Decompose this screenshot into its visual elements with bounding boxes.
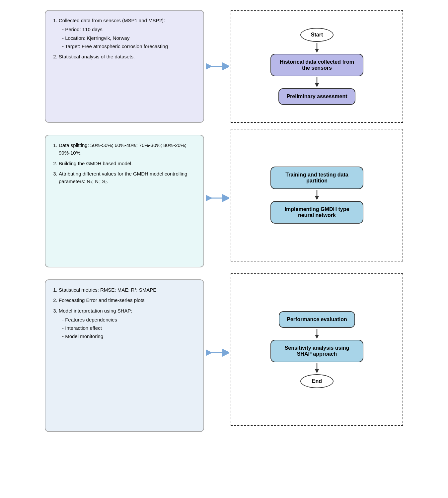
svg-marker-4	[315, 83, 319, 87]
panel3-bullet1: Features dependencies	[62, 316, 197, 323]
end-node: End	[300, 374, 334, 388]
panel3-bullet3: Model monitoring	[62, 332, 197, 340]
node-sensitivity: Sensitivity analysis using SHAP approach	[270, 340, 363, 362]
panel3-item1: Statistical metrics: RMSE; MAE; R²; SMAP…	[59, 286, 197, 294]
arrow-1	[204, 10, 231, 123]
arrow-down-2	[314, 76, 320, 88]
svg-marker-7	[315, 196, 319, 200]
svg-marker-12	[315, 369, 319, 373]
panel1-item2: Statistical analysis of the datasets.	[59, 53, 197, 60]
arrow-down-5	[314, 362, 320, 374]
panel1-bullet1: Period: 110 days	[62, 26, 197, 33]
start-node: Start	[300, 28, 334, 42]
text-panel-3: Statistical metrics: RMSE; MAE; R²; SMAP…	[45, 279, 204, 432]
node-performance: Performance evaluation	[279, 311, 355, 328]
panel2-item1: Data splitting: 50%-50%; 60%-40%; 70%-30…	[59, 141, 197, 157]
panel3-item2: Forecasting Error and time-series plots	[59, 296, 197, 304]
svg-marker-2	[315, 49, 319, 53]
svg-marker-10	[315, 335, 319, 339]
panel1-item1: Collected data from sensors (MSP1 and MS…	[59, 17, 197, 50]
node-historical-data: Historical data collected from the senso…	[270, 54, 363, 76]
arrow-down-3	[314, 189, 320, 201]
text-panel-2: Data splitting: 50%-50%; 60%-40%; 70%-30…	[45, 135, 204, 267]
panel1-bullet3: Target: Free atmospheric corrosion forec…	[62, 42, 197, 50]
node-training-testing: Training and testing data partition	[270, 167, 363, 189]
panel3-item3: Model interpretation using SHAP: Feature…	[59, 307, 197, 340]
panel2-item3: Attributing different values for the GMD…	[59, 170, 197, 185]
panel1-bullet2: Location: Kjerringvik, Norway	[62, 34, 197, 42]
text-panel-1: Collected data from sensors (MSP1 and MS…	[45, 10, 204, 123]
panel2-item2: Building the GMDH based model.	[59, 160, 197, 167]
panel3-bullet2: Interaction effect	[62, 324, 197, 332]
arrow-3	[204, 273, 231, 432]
arrow-2	[204, 129, 231, 267]
arrow-down-1	[314, 42, 320, 54]
arrow-down-4	[314, 328, 320, 340]
node-gmdh: Implementing GMDH type neural network	[270, 201, 363, 224]
node-preliminary-assessment: Preliminary assessment	[278, 88, 355, 105]
